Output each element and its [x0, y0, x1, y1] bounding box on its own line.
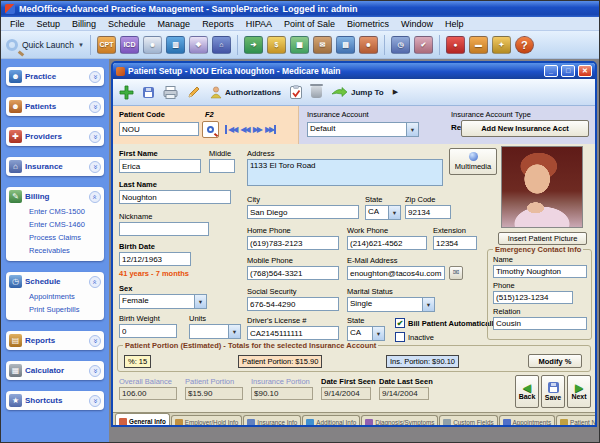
patient-code-input[interactable] [119, 122, 199, 136]
sidebar-item-calculator[interactable]: ▦Calculator» [9, 363, 101, 378]
icd-codes-icon[interactable]: ICD [120, 36, 139, 54]
monitor-icon[interactable]: ▬ [469, 36, 488, 54]
maximize-button[interactable]: □ [561, 65, 575, 77]
insurance-account-select[interactable]: Default ▼ [307, 122, 419, 137]
payments-icon[interactable]: $ [267, 36, 286, 54]
sidebar-item-insurance[interactable]: ⌂Insurance» [9, 159, 101, 174]
tab-general-info[interactable]: General Info [115, 413, 170, 427]
quick-launch-dropdown-icon[interactable]: ▼ [78, 42, 84, 48]
sidebar-link-receivables[interactable]: Receivables [29, 246, 101, 255]
marital-status-select[interactable]: Single▼ [347, 297, 435, 312]
menu-help[interactable]: Help [439, 19, 470, 29]
modify-percent-button[interactable]: Modify % [528, 354, 582, 368]
drivers-license-input[interactable] [247, 326, 339, 340]
dl-state-select[interactable]: CA▼ [347, 326, 385, 341]
address-input[interactable]: 1133 El Toro Road [247, 159, 443, 186]
tab-insurance-info[interactable]: Insurance Info [243, 415, 301, 427]
middle-input[interactable] [209, 159, 235, 173]
email-compose-button[interactable]: ✉ [449, 266, 463, 280]
state-select[interactable]: CA▼ [365, 205, 401, 220]
menu-point-of-sale[interactable]: Point of Sale [278, 19, 341, 29]
collections-icon[interactable]: ✉ [313, 36, 332, 54]
sidebar-link-print-superbills[interactable]: Print Superbills [29, 305, 101, 314]
transmit-claims-icon[interactable]: ➔ [244, 36, 263, 54]
add-patient-button[interactable] [119, 85, 134, 100]
tab-additional-info[interactable]: Additional Info [302, 415, 360, 427]
ledger-icon[interactable]: ▦ [290, 36, 309, 54]
verify-button[interactable] [290, 85, 302, 99]
units-select[interactable]: ▼ [189, 324, 241, 339]
cpt-codes-icon[interactable]: CPT [97, 36, 116, 54]
tab-patient-notes[interactable]: Patient Notes [556, 415, 595, 427]
sidebar-item-shortcuts[interactable]: ★Shortcuts» [9, 393, 101, 408]
emergency-relation-input[interactable] [493, 317, 587, 330]
previous-record-button[interactable]: ◀◀ [240, 125, 248, 134]
security-lock-icon[interactable]: ✦ [492, 36, 511, 54]
close-button[interactable]: ✕ [578, 65, 592, 77]
mobile-phone-input[interactable] [247, 266, 339, 280]
first-record-button[interactable]: ◀◀ [225, 125, 236, 134]
email-input[interactable] [347, 266, 445, 280]
save-button[interactable]: Save [541, 375, 565, 408]
multimedia-button[interactable]: Multimedia [449, 148, 497, 175]
scheduler-icon[interactable]: ◷ [391, 36, 410, 54]
search-icon[interactable] [6, 39, 18, 51]
minimize-button[interactable]: _ [544, 65, 558, 77]
menu-biometrics[interactable]: Biometrics [341, 19, 395, 29]
authorizations-button[interactable]: Authorizations [210, 86, 281, 99]
sidebar-item-patients[interactable]: ☻Patients» [9, 99, 101, 114]
tab-diagnosis-symptoms[interactable]: Diagnosis/Symptoms [361, 415, 438, 427]
sidebar-link-appointments[interactable]: Appointments [29, 292, 101, 301]
certificate-icon[interactable]: ❖ [189, 36, 208, 54]
last-name-input[interactable] [119, 190, 231, 204]
sidebar-item-reports[interactable]: ▤Reports» [9, 333, 101, 348]
tab-appointments[interactable]: Appointments [499, 415, 556, 427]
sidebar-item-billing[interactable]: ✎Billing» [9, 189, 101, 204]
patient-window-titlebar[interactable]: Patient Setup - NOU Erica Noughton - Med… [113, 63, 595, 79]
charts-icon[interactable]: ● [446, 36, 465, 54]
tab-employer-hold-info[interactable]: Employer/Hold Info [171, 415, 243, 427]
emergency-name-input[interactable] [493, 265, 587, 278]
menu-billing[interactable]: Billing [66, 19, 102, 29]
jump-to-button[interactable]: Jump To ▶ [331, 87, 398, 98]
sidebar-link-enter-cms-1500[interactable]: Enter CMS-1500 [29, 207, 101, 216]
work-phone-input[interactable] [347, 236, 427, 250]
sidebar-item-practice[interactable]: ☻Practice» [9, 69, 101, 84]
chevron-icon[interactable]: » [89, 191, 101, 203]
menu-reports[interactable]: Reports [196, 19, 240, 29]
menu-manage[interactable]: Manage [152, 19, 197, 29]
social-security-input[interactable] [247, 297, 339, 311]
chevron-icon[interactable]: » [89, 276, 101, 288]
tab-custom-fields[interactable]: Custom Fields [439, 415, 497, 427]
birth-weight-input[interactable] [119, 324, 177, 338]
home-phone-input[interactable] [247, 236, 339, 250]
edit-button[interactable] [187, 85, 201, 99]
emergency-phone-input[interactable] [493, 291, 573, 304]
birth-date-input[interactable] [119, 252, 191, 266]
chevron-icon[interactable]: » [89, 365, 101, 377]
chevron-icon[interactable]: » [89, 101, 101, 113]
zip-code-input[interactable] [405, 205, 451, 219]
chevron-icon[interactable]: » [89, 395, 101, 407]
bill-auto-checkbox[interactable]: ✔ [395, 318, 405, 328]
quick-launch-label[interactable]: Quick Launch [22, 40, 74, 50]
chevron-icon[interactable]: » [89, 161, 101, 173]
user-setup-icon[interactable]: ☻ [359, 36, 378, 54]
patient-search-button[interactable] [202, 121, 219, 138]
sex-select[interactable]: Female▼ [119, 294, 207, 309]
chevron-icon[interactable]: » [89, 71, 101, 83]
chevron-icon[interactable]: » [89, 335, 101, 347]
first-name-input[interactable] [119, 159, 201, 173]
menu-hipaa[interactable]: HIPAA [240, 19, 278, 29]
sidebar-item-schedule[interactable]: ◷Schedule» [9, 274, 101, 289]
next-button[interactable]: ▶ Next [567, 375, 591, 408]
sidebar-item-providers[interactable]: ✚Providers» [9, 129, 101, 144]
menu-setup[interactable]: Setup [31, 19, 67, 29]
statements-icon[interactable]: ▤ [336, 36, 355, 54]
menu-file[interactable]: File [4, 19, 31, 29]
add-new-insurance-button[interactable]: Add New Insurance Acct [461, 120, 589, 137]
nickname-input[interactable] [119, 222, 209, 236]
chevron-icon[interactable]: » [89, 131, 101, 143]
sidebar-link-process-claims[interactable]: Process Claims [29, 233, 101, 242]
menu-schedule[interactable]: Schedule [102, 19, 152, 29]
